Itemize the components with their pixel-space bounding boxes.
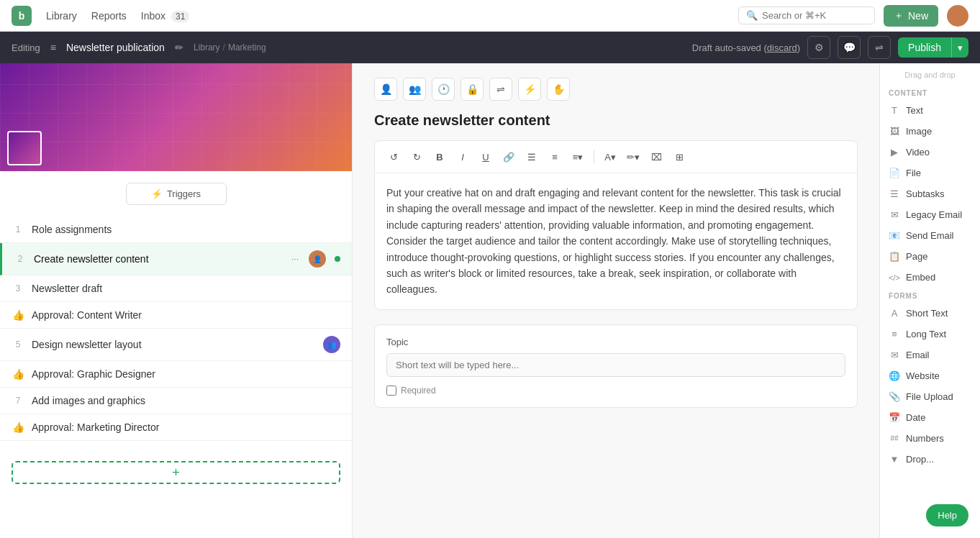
hand-icon[interactable]: ✋ <box>547 78 570 101</box>
legacy-email-icon: ✉ <box>889 209 900 220</box>
publish-dropdown-button[interactable]: ▾ <box>951 37 968 58</box>
share-button[interactable]: ⇌ <box>868 36 891 59</box>
discard-link[interactable]: discard <box>767 42 797 53</box>
task-item-approval[interactable]: 👍 Approval: Marketing Director <box>0 414 352 441</box>
shuffle-icon[interactable]: ⇌ <box>489 78 512 101</box>
required-checkbox[interactable] <box>386 386 396 396</box>
secondary-nav: Editing ≡ Newsletter publication ✏ Libra… <box>0 32 980 63</box>
content-item-legacy-email[interactable]: ✉ Legacy Email <box>880 204 980 225</box>
triggers-row: ⚡ Triggers <box>0 171 352 216</box>
link-button[interactable]: 🔗 <box>499 147 519 167</box>
nav-reports[interactable]: Reports <box>91 10 127 22</box>
task-name: Approval: Marketing Director <box>32 421 340 433</box>
nav-library[interactable]: Library <box>46 10 77 22</box>
form-section: Topic Required <box>374 324 858 408</box>
forms-section-label: FORMS <box>880 288 980 303</box>
task-item-approval[interactable]: 👍 Approval: Graphic Designer <box>0 361 352 388</box>
forms-item-dropdown[interactable]: ▼ Drop... <box>880 449 980 470</box>
forms-item-long-text[interactable]: ≡ Long Text <box>880 324 980 345</box>
forms-item-numbers[interactable]: ## Numbers <box>880 428 980 449</box>
forms-item-date[interactable]: 📅 Date <box>880 407 980 428</box>
settings-button[interactable]: ⚙ <box>807 36 830 59</box>
top-nav: b Library Reports Inbox 31 🔍 ＋ New <box>0 0 980 32</box>
topic-input[interactable] <box>386 353 845 377</box>
content-item-video[interactable]: ▶ Video <box>880 142 980 163</box>
lock-icon[interactable]: 🔒 <box>460 78 484 101</box>
content-item-subtasks[interactable]: ☰ Subtasks <box>880 183 980 204</box>
search-input[interactable] <box>762 10 867 21</box>
help-button[interactable]: Help <box>926 504 968 526</box>
send-email-icon: 📧 <box>889 230 900 241</box>
bold-button[interactable]: B <box>430 147 450 167</box>
breadcrumb: Library / Marketing <box>194 42 266 53</box>
embed-icon: </> <box>889 273 900 282</box>
triggers-button[interactable]: ⚡ Triggers <box>126 183 227 205</box>
forms-item-short-text[interactable]: A Short Text <box>880 303 980 324</box>
approval-icon: 👍 <box>12 309 24 321</box>
video-icon: ▶ <box>889 147 900 158</box>
add-step-button[interactable]: + <box>12 461 340 484</box>
task-more-button[interactable]: ··· <box>289 252 301 265</box>
forms-item-file-upload[interactable]: 📎 File Upload <box>880 386 980 407</box>
assignee-icon[interactable]: 👤 <box>374 78 397 101</box>
task-item-approval[interactable]: 👍 Approval: Content Writer <box>0 302 352 329</box>
breadcrumb-marketing[interactable]: Marketing <box>228 42 266 53</box>
undo-button[interactable]: ↺ <box>384 147 404 167</box>
task-name: Newsletter draft <box>32 283 340 294</box>
numbered-list-button[interactable]: ≡ <box>545 147 565 167</box>
publish-button[interactable]: Publish <box>898 37 951 58</box>
file-icon: 📄 <box>889 168 900 178</box>
content-item-image[interactable]: 🖼 Image <box>880 121 980 142</box>
task-item[interactable]: 5 Design newsletter layout 👥 <box>0 329 352 361</box>
forms-item-website[interactable]: 🌐 Website <box>880 365 980 386</box>
italic-button[interactable]: I <box>453 147 473 167</box>
task-item[interactable]: 7 Add images and graphics <box>0 388 352 414</box>
avatar[interactable] <box>947 5 968 27</box>
required-row: Required <box>386 386 845 396</box>
bullet-list-button[interactable]: ☰ <box>522 147 542 167</box>
forms-item-email[interactable]: ✉ Email <box>880 345 980 365</box>
content-item-embed[interactable]: </> Embed <box>880 267 980 288</box>
search-box[interactable]: 🔍 <box>738 6 875 24</box>
editor-content[interactable]: Put your creative hat on and draft engag… <box>375 173 857 309</box>
team-icon[interactable]: 👥 <box>403 78 426 101</box>
left-panel: ⚡ Triggers 1 Role assignments 2 Create n… <box>0 63 353 538</box>
editor-section: ↺ ↻ B I U 🔗 ☰ ≡ ≡▾ A▾ ✏▾ ⌧ ⊞ Put your cr… <box>374 140 858 310</box>
more-format-button[interactable]: ⊞ <box>669 147 689 167</box>
task-num: 7 <box>12 396 24 406</box>
task-item[interactable]: 3 Newsletter draft <box>0 275 352 302</box>
task-item-active[interactable]: 2 Create newsletter content ··· 👤 <box>0 243 352 275</box>
doc-icon: ≡ <box>50 42 56 53</box>
right-panel: Drag and drop CONTENT T Text 🖼 Image ▶ V… <box>879 63 980 538</box>
highlight-button[interactable]: ✏▾ <box>623 147 643 167</box>
short-text-icon: A <box>889 308 900 319</box>
text-color-button[interactable]: A▾ <box>600 147 620 167</box>
comment-button[interactable]: 💬 <box>838 36 861 59</box>
edit-title-icon[interactable]: ✏ <box>175 42 183 53</box>
task-name: Create newsletter content <box>34 253 281 265</box>
numbers-icon: ## <box>889 434 900 442</box>
task-num: 2 <box>14 254 27 264</box>
redo-button[interactable]: ↻ <box>407 147 427 167</box>
doc-title[interactable]: Newsletter publication <box>66 42 165 53</box>
content-item-send-email[interactable]: 📧 Send Email <box>880 225 980 246</box>
breadcrumb-library[interactable]: Library <box>194 42 220 53</box>
content-item-text[interactable]: T Text <box>880 100 980 121</box>
app-logo[interactable]: b <box>12 6 32 26</box>
underline-button[interactable]: U <box>476 147 496 167</box>
new-button[interactable]: ＋ New <box>884 5 938 27</box>
task-item[interactable]: 1 Role assignments <box>0 216 352 243</box>
form-label: Topic <box>386 337 845 347</box>
content-item-file[interactable]: 📄 File <box>880 163 980 183</box>
subtasks-icon: ☰ <box>889 188 900 199</box>
content-item-page[interactable]: 📋 Page <box>880 246 980 267</box>
secondary-nav-right: Draft auto-saved (discard) ⚙ 💬 ⇌ Publish… <box>692 36 968 59</box>
required-label: Required <box>401 386 436 396</box>
task-name: Role assignments <box>32 224 340 235</box>
bolt-icon[interactable]: ⚡ <box>518 78 541 101</box>
clock-icon[interactable]: 🕐 <box>432 78 455 101</box>
clear-format-button[interactable]: ⌧ <box>646 147 666 167</box>
date-icon: 📅 <box>889 412 900 423</box>
align-button[interactable]: ≡▾ <box>568 147 588 167</box>
nav-inbox[interactable]: Inbox 31 <box>141 10 190 22</box>
